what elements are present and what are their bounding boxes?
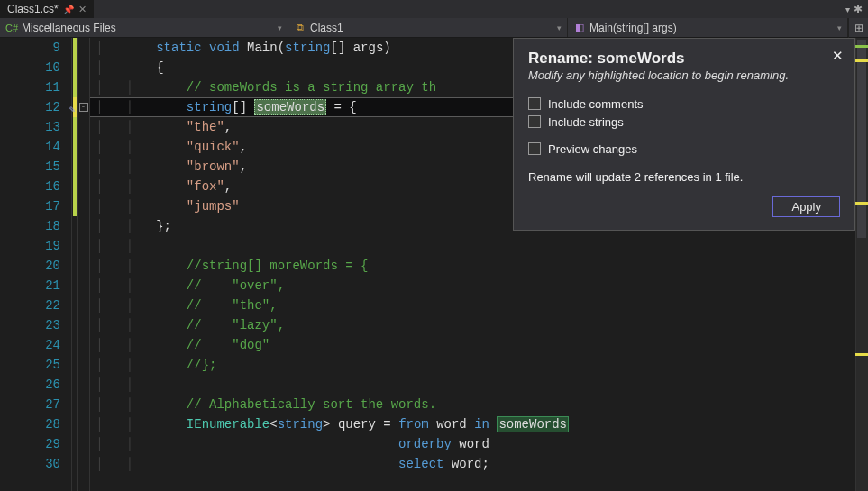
rename-popup: ✕ Rename: someWords Modify any highlight… — [513, 38, 855, 231]
file-tab-title: Class1.cs* — [7, 3, 59, 15]
chevron-down-icon: ▾ — [278, 23, 282, 32]
line-number: 26 — [0, 375, 71, 395]
outlining-margin: - — [78, 38, 90, 491]
class-dropdown[interactable]: ⧉ Class1 ▾ — [288, 18, 568, 37]
rename-title: Rename: someWords — [528, 50, 840, 68]
line-number: 9 — [0, 38, 71, 58]
scope-label: Miscellaneous Files — [22, 22, 116, 34]
checkbox-label: Preview changes — [548, 142, 637, 156]
line-number: 12✎ — [0, 97, 71, 117]
code-line: │ │ IEnumerable<string> query = from wor… — [90, 414, 868, 434]
window-menu-icon[interactable]: ✱ — [854, 3, 863, 15]
line-number: 25 — [0, 355, 71, 375]
rename-reference-highlight: someWords — [497, 416, 569, 432]
code-line: │ │ // Alphabetically sort the words. — [90, 395, 868, 414]
class-icon: ⧉ — [294, 22, 306, 34]
code-line: │ │ //}; — [90, 355, 868, 375]
line-number: 19 — [0, 236, 71, 256]
code-line: │ │ — [90, 236, 868, 256]
rename-subtitle: Modify any highlighted location to begin… — [528, 68, 840, 82]
csharp-file-icon: C# — [5, 22, 18, 34]
file-tab[interactable]: Class1.cs* 📌 ✕ — [0, 0, 94, 18]
line-number: 27 — [0, 395, 71, 414]
checkbox-label: Include strings — [548, 115, 624, 129]
line-number: 13 — [0, 117, 71, 137]
line-number: 30 — [0, 454, 71, 474]
close-icon[interactable]: ✕ — [832, 48, 844, 64]
line-number: 28 — [0, 414, 71, 434]
collapse-toggle[interactable]: - — [79, 103, 88, 112]
code-line: │ │ orderby word — [90, 434, 868, 454]
tab-overflow-arrow-icon[interactable]: ▾ — [845, 5, 850, 14]
code-line: │ │ select word; — [90, 454, 868, 474]
rename-target-highlight: someWords — [254, 99, 326, 115]
line-number: 21 — [0, 276, 71, 296]
line-number: 10 — [0, 58, 71, 77]
editor-area: 9 10 11 12✎ 13 14 15 16 17 18 19 20 21 2… — [0, 38, 868, 491]
include-comments-checkbox[interactable]: Include comments — [528, 95, 840, 113]
line-number: 14 — [0, 137, 71, 157]
line-number: 15 — [0, 157, 71, 177]
split-window-button[interactable]: ⊞ — [848, 18, 868, 38]
member-label: Main(string[] args) — [589, 22, 677, 34]
code-editor[interactable]: │ static void Main(string[] args) │ { │ … — [90, 38, 868, 491]
code-line: │ │ // "over", — [90, 276, 868, 296]
checkbox-label: Include comments — [548, 97, 644, 111]
line-number: 16 — [0, 177, 71, 196]
code-line: │ │ // "lazy", — [90, 315, 868, 335]
chevron-down-icon: ▾ — [557, 23, 562, 32]
checkbox-icon — [528, 142, 541, 155]
line-number: 17 — [0, 196, 71, 216]
line-number: 29 — [0, 434, 71, 454]
line-number-gutter: 9 10 11 12✎ 13 14 15 16 17 18 19 20 21 2… — [0, 38, 72, 491]
close-icon[interactable]: ✕ — [78, 4, 87, 15]
checkbox-icon — [528, 97, 541, 110]
include-strings-checkbox[interactable]: Include strings — [528, 113, 840, 131]
tab-bar: Class1.cs* 📌 ✕ ▾ ✱ — [0, 0, 868, 18]
line-number: 24 — [0, 335, 71, 355]
code-line: │ │ // "the", — [90, 296, 868, 315]
scroll-thumb[interactable] — [857, 40, 866, 238]
checkbox-icon — [528, 115, 541, 128]
preview-changes-checkbox[interactable]: Preview changes — [528, 140, 840, 158]
line-number: 23 — [0, 315, 71, 335]
method-icon: ◧ — [573, 22, 586, 34]
member-dropdown[interactable]: ◧ Main(string[] args) ▾ — [568, 18, 848, 37]
line-number: 20 — [0, 256, 71, 276]
code-line: │ │ — [90, 375, 868, 395]
code-line: │ │ //string[] moreWords = { — [90, 256, 868, 276]
navigation-bar: C# Miscellaneous Files ▾ ⧉ Class1 ▾ ◧ Ma… — [0, 18, 868, 38]
line-number: 22 — [0, 296, 71, 315]
pin-icon[interactable]: 📌 — [63, 5, 74, 14]
apply-button[interactable]: Apply — [772, 196, 840, 217]
rename-info: Rename will update 2 references in 1 fil… — [528, 170, 840, 184]
code-line: │ │ // "dog" — [90, 335, 868, 355]
class-label: Class1 — [310, 22, 343, 34]
line-number: 11 — [0, 77, 71, 97]
line-number: 18 — [0, 216, 71, 236]
scope-dropdown[interactable]: C# Miscellaneous Files ▾ — [0, 18, 288, 37]
chevron-down-icon: ▾ — [837, 23, 842, 32]
scroll-track[interactable] — [855, 38, 868, 491]
